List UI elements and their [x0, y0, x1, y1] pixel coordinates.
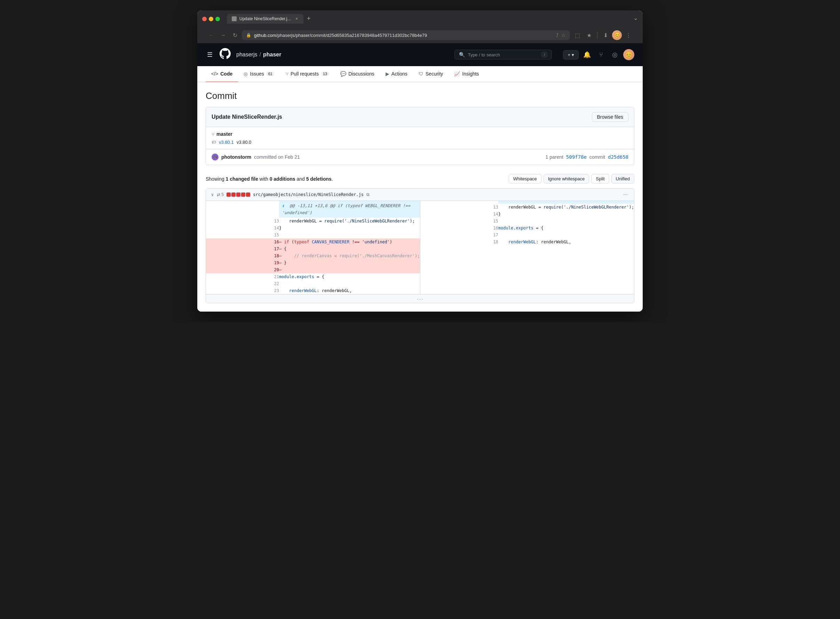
commit-card: Update NineSliceRender.js Browse files ⑂… — [206, 107, 634, 165]
deletions-count: 5 deletions — [306, 176, 331, 182]
line-content: – — [279, 266, 420, 273]
breadcrumb-owner[interactable]: phaserjs — [236, 52, 257, 58]
expand-dots-icon: · · · — [417, 297, 423, 302]
new-tab-button[interactable]: + — [303, 15, 314, 24]
dropdown-arrow: ▾ — [572, 52, 574, 57]
line-content: renderWebGL = require('./NineSliceWebGLR… — [498, 204, 634, 211]
nav-tab-discussions[interactable]: 💬 Discussions — [335, 66, 380, 82]
unified-view-button[interactable]: Unified — [612, 174, 634, 184]
search-shortcut-key: / — [542, 52, 548, 57]
nav-tab-code-label: Code — [220, 71, 233, 76]
toolbar-divider — [597, 32, 597, 39]
whitespace-button[interactable]: Whitespace — [509, 174, 542, 184]
file-options-button[interactable]: ··· — [622, 191, 629, 198]
tab-bar: Update NineSliceRender.js · p × + — [227, 14, 630, 24]
line-num-new: 17 — [420, 232, 498, 238]
issues-icon[interactable]: ◎ — [609, 49, 621, 60]
nav-tab-insights[interactable]: 📈 Insights — [449, 66, 484, 82]
line-content: renderWebGL: renderWebGL, — [279, 287, 420, 294]
commit-hash-info: 1 parent 509f78e commit d25d658 — [545, 154, 628, 160]
table-row: 20 – — [206, 266, 420, 273]
security-icon: 🔒 — [246, 33, 251, 37]
hunk-line-num-left — [206, 201, 279, 218]
diff-left-panel: ↕ @@ -13,11 +13,6 @@ if (typeof WEBGL_RE… — [206, 201, 420, 294]
github-logo[interactable] — [219, 48, 231, 61]
deletion-block-2 — [231, 193, 236, 197]
deletion-block-5 — [246, 193, 250, 197]
address-bar[interactable]: 🔒 github.com/phaserjs/phaser/commit/d25d… — [242, 30, 570, 40]
main-content: Commit Update NineSliceRender.js Browse … — [197, 82, 643, 312]
line-num-old: 13 — [206, 218, 279, 224]
header-actions: + ▾ 🔔 ⑂ ◎ 😊 — [563, 49, 634, 60]
hamburger-menu-button[interactable]: ☰ — [206, 49, 214, 60]
maximize-button[interactable] — [215, 17, 220, 21]
parent-hash-link[interactable]: 509f78e — [566, 154, 587, 160]
hunk-header-text: ↕ @@ -13,11 +13,6 @@ if (typeof WEBGL_RE… — [279, 201, 420, 218]
file-collapse-button[interactable]: ∨ — [211, 192, 214, 197]
search-icon: 🔍 — [459, 52, 465, 57]
new-dropdown-button[interactable]: + ▾ — [563, 50, 579, 60]
diff-summary: Showing 1 changed file with 0 additions … — [206, 170, 634, 188]
issues-badge: 61 — [266, 71, 275, 76]
toolbar-icons: ⬚ ★ ⬇ 😊 ⋮ — [572, 30, 634, 40]
line-num-old: 23 — [206, 287, 279, 294]
browser-toolbar: ← → ↻ 🔒 github.com/phaserjs/phaser/commi… — [202, 27, 638, 43]
user-avatar[interactable]: 😊 — [612, 30, 622, 40]
nav-tab-code[interactable]: </> Code — [206, 66, 238, 82]
branch-name[interactable]: master — [216, 131, 233, 137]
ignore-whitespace-button[interactable]: Ignore whitespace — [543, 174, 589, 184]
expand-bottom[interactable]: · · · — [206, 294, 634, 303]
split-view-button[interactable]: Split — [591, 174, 609, 184]
copy-path-button[interactable]: ⧉ — [366, 192, 370, 197]
nav-tab-issues[interactable]: ◎ Issues 61 — [238, 66, 280, 82]
breadcrumb-repo[interactable]: phaser — [263, 52, 281, 58]
forward-button[interactable]: → — [218, 30, 228, 40]
diff-left-table: ↕ @@ -13,11 +13,6 @@ if (typeof WEBGL_RE… — [206, 201, 420, 294]
nav-tab-actions[interactable]: ▶ Actions — [380, 66, 413, 82]
nav-tab-pr-label: Pull requests — [291, 71, 319, 76]
table-row: 15 — [420, 218, 634, 224]
breadcrumb: phaserjs / phaser — [236, 52, 281, 58]
traffic-lights — [202, 17, 220, 21]
line-content: – // renderCanvas = require('./MeshCanva… — [279, 253, 420, 259]
commit-card-body: ⑂ master 🏷 v3.80.1 v3.80.0 — [206, 127, 634, 149]
minimize-button[interactable] — [209, 17, 213, 21]
additions-count: 0 additions — [270, 176, 295, 182]
user-profile-avatar[interactable]: 😊 — [623, 49, 634, 60]
reload-button[interactable]: ↻ — [230, 30, 240, 40]
table-row: 19 – } — [206, 259, 420, 266]
commit-message: Update NineSliceRender.js — [212, 114, 282, 120]
tag-link-1[interactable]: v3.80.1 — [219, 140, 234, 145]
notifications-icon[interactable]: 🔔 — [582, 49, 592, 60]
global-search[interactable]: 🔍 Type / to search / — [454, 50, 552, 60]
commit-hash-link[interactable]: d25d658 — [608, 154, 628, 160]
tab-close-button[interactable]: × — [295, 16, 298, 21]
nav-tab-discussions-label: Discussions — [348, 71, 374, 76]
expand-up-icon[interactable]: ↕ — [282, 203, 284, 208]
discussions-nav-icon: 💬 — [340, 71, 346, 76]
nav-tab-pull-requests[interactable]: ⑂ Pull requests 13 — [280, 66, 335, 82]
bookmark-star-icon[interactable]: ★ — [584, 30, 594, 40]
nav-tab-security[interactable]: 🛡 Security — [413, 66, 449, 82]
close-button[interactable] — [202, 17, 207, 21]
screen-share-icon[interactable]: ⬚ — [572, 30, 582, 40]
hunk-header-row: ↕ @@ -13,11 +13,6 @@ if (typeof WEBGL_RE… — [206, 201, 420, 218]
diff-right-panel: 13 renderWebGL = require('./NineSliceWeb… — [420, 201, 634, 294]
download-icon[interactable]: ⬇ — [600, 30, 611, 40]
line-content: renderWebGL = require('./NineSliceWebGLR… — [279, 218, 420, 224]
back-button[interactable]: ← — [206, 30, 216, 40]
browse-files-button[interactable]: Browse files — [592, 112, 628, 122]
bookmark-icon[interactable]: ☆ — [561, 32, 566, 38]
line-num-old: 20 — [206, 266, 279, 273]
table-row: 17 — [420, 232, 634, 238]
tab-expand-button[interactable]: ⌄ — [633, 15, 638, 23]
author-name[interactable]: photonstorm — [221, 154, 251, 160]
menu-icon[interactable]: ⋮ — [623, 30, 634, 40]
security-nav-icon: 🛡 — [419, 71, 424, 76]
tag-icon: 🏷 — [212, 140, 216, 145]
github-page: ☰ phaserjs / phaser 🔍 Type / to search /… — [197, 43, 643, 312]
line-num-old: 19 — [206, 259, 279, 266]
active-tab[interactable]: Update NineSliceRender.js · p × — [227, 14, 303, 24]
pull-requests-icon[interactable]: ⑂ — [595, 49, 607, 60]
line-content: – } — [279, 259, 420, 266]
